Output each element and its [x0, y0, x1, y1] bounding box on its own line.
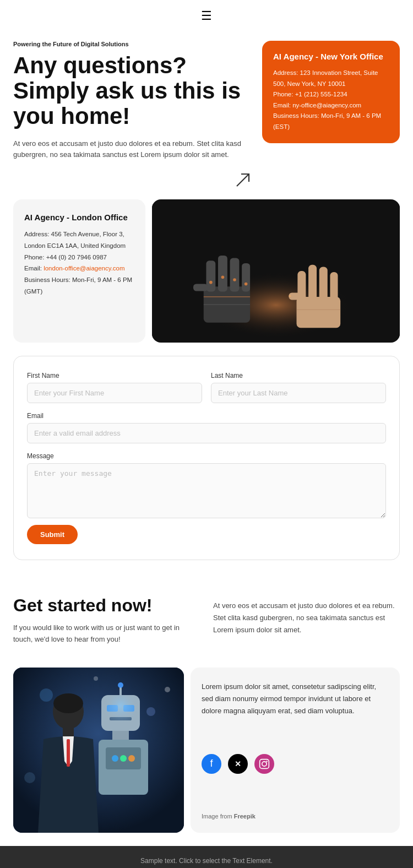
svg-point-22: [279, 288, 300, 301]
svg-point-49: [262, 762, 267, 766]
submit-button[interactable]: Submit: [27, 525, 78, 544]
london-image-row: AI Agency - London Office Address: 456 T…: [0, 199, 413, 343]
contact-form-section: First Name Last Name Email Message Submi…: [13, 356, 400, 560]
ny-address: Address: 123 Innovation Street, Suite 50…: [273, 68, 389, 89]
robot-hands-svg: [152, 199, 400, 343]
last-name-label: Last Name: [211, 372, 386, 379]
svg-rect-41: [112, 731, 129, 740]
svg-point-11: [209, 281, 213, 284]
london-office-card: AI Agency - London Office Address: 456 T…: [13, 199, 145, 343]
svg-point-29: [94, 676, 98, 681]
svg-rect-18: [319, 267, 328, 301]
hero-left: Powering the Future of Digital Solutions…: [13, 41, 253, 191]
bottom-lorem-text: Lorem ipsum dolor sit amet, consetetur s…: [202, 681, 389, 717]
svg-rect-47: [101, 695, 140, 731]
bottom-text-card: Lorem ipsum dolor sit amet, consetetur s…: [191, 668, 400, 833]
get-started-right: At vero eos et accusam et justo duo dolo…: [213, 600, 400, 636]
london-email: Email: london-office@aiagency.com: [24, 263, 134, 274]
london-email-link[interactable]: london-office@aiagency.com: [44, 265, 124, 272]
ny-office-title: AI Agency - New York Office: [273, 52, 389, 61]
svg-rect-15: [297, 297, 341, 328]
svg-rect-5: [218, 256, 227, 292]
svg-rect-19: [330, 272, 338, 301]
footer: Sample text. Click to select the Text El…: [0, 846, 413, 868]
hero-section: Powering the Future of Digital Solutions…: [0, 32, 413, 199]
svg-point-44: [112, 755, 118, 762]
svg-point-32: [53, 693, 83, 713]
london-office-title: AI Agency - London Office: [24, 213, 134, 222]
svg-rect-48: [260, 760, 269, 769]
ny-hours: Business Hours: Mon-Fri, 9 AM - 6 PM (ES…: [273, 111, 389, 132]
hero-description: At vero eos et accusam et justo duo dolo…: [13, 138, 253, 161]
email-label: Email: [27, 412, 386, 420]
hero-tagline: Powering the Future of Digital Solutions: [13, 41, 253, 47]
svg-point-40: [118, 682, 123, 688]
first-name-group: First Name: [27, 372, 202, 403]
get-started-left: Get started now! If you would like to wo…: [13, 595, 200, 645]
facebook-icon[interactable]: f: [202, 754, 221, 774]
get-started-title: Get started now!: [13, 595, 200, 616]
message-label: Message: [27, 452, 386, 460]
bottom-image: [13, 668, 184, 833]
freepik-credit: Image from Freepik: [202, 813, 389, 820]
svg-rect-17: [308, 265, 317, 301]
hero-arrow: [13, 170, 253, 191]
svg-rect-6: [230, 258, 240, 292]
svg-point-50: [266, 761, 268, 762]
london-address: Address: 456 Tech Avenue, Floor 3, Londo…: [24, 229, 134, 251]
svg-rect-33: [63, 727, 74, 737]
svg-rect-34: [67, 739, 70, 767]
svg-point-14: [244, 283, 248, 286]
svg-point-12: [221, 276, 225, 279]
london-phone: Phone: +44 (0) 20 7946 0987: [24, 252, 134, 263]
svg-point-28: [165, 687, 170, 692]
ny-office-details: Address: 123 Innovation Street, Suite 50…: [273, 68, 389, 132]
first-name-label: First Name: [27, 372, 202, 379]
instagram-svg: [259, 758, 270, 769]
email-input[interactable]: [27, 423, 386, 443]
message-group: Message: [27, 452, 386, 518]
last-name-input[interactable]: [211, 383, 386, 403]
svg-line-0: [237, 174, 249, 186]
hero-title: Any questions? Simply ask us this is you…: [13, 53, 253, 129]
bottom-section: Lorem ipsum dolor sit amet, consetetur s…: [13, 668, 400, 833]
get-started-subtitle: If you would like to work with us or jus…: [13, 622, 200, 645]
instagram-icon[interactable]: [254, 754, 274, 774]
robot-hands-image: [152, 199, 400, 343]
message-textarea[interactable]: [27, 463, 386, 518]
london-office-details: Address: 456 Tech Avenue, Floor 3, Londo…: [24, 229, 134, 297]
svg-rect-8: [193, 284, 208, 291]
svg-rect-7: [242, 263, 250, 292]
man-robot-svg: [13, 668, 184, 833]
social-icons-row: f ✕: [202, 754, 389, 774]
navbar: ☰: [0, 0, 413, 32]
ny-email: Email: ny-office@aiagency.com: [273, 100, 389, 111]
twitter-icon[interactable]: ✕: [228, 754, 248, 774]
arrow-icon: [232, 170, 253, 191]
svg-point-13: [233, 278, 236, 281]
london-hours: Business Hours: Mon-Fri, 9 AM - 6 PM (GM…: [24, 274, 134, 297]
svg-point-46: [128, 755, 135, 762]
hamburger-icon[interactable]: ☰: [201, 9, 212, 23]
svg-point-24: [40, 688, 53, 702]
ny-office-card: AI Agency - New York Office Address: 123…: [262, 41, 400, 143]
first-name-input[interactable]: [27, 383, 202, 403]
freepik-brand: Freepik: [234, 813, 256, 820]
ny-phone: Phone: +1 (212) 555-1234: [273, 89, 389, 100]
form-name-row: First Name Last Name: [27, 372, 386, 403]
get-started-section: Get started now! If you would like to wo…: [0, 573, 413, 668]
last-name-group: Last Name: [211, 372, 386, 403]
svg-point-27: [24, 772, 35, 783]
svg-point-45: [120, 755, 127, 762]
footer-text[interactable]: Sample text. Click to select the Text El…: [140, 857, 273, 865]
email-group: Email: [27, 412, 386, 443]
